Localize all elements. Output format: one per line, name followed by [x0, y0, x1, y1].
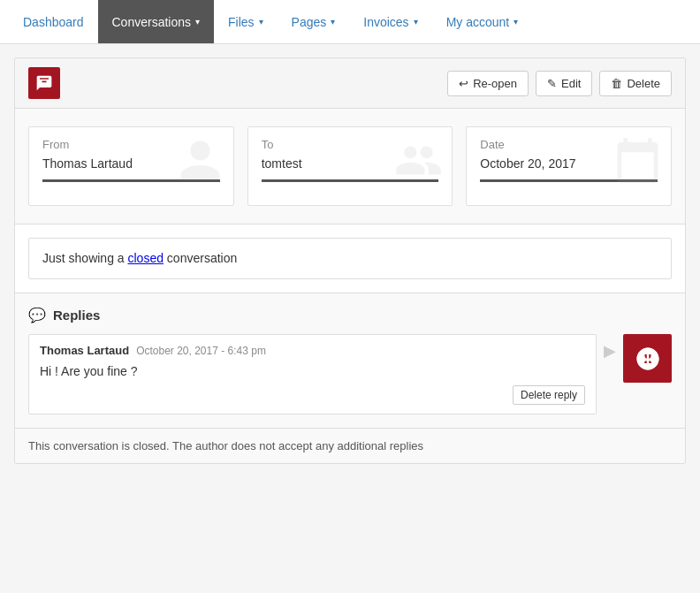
delete-reply-button[interactable]: Delete reply — [513, 385, 585, 405]
chevron-down-icon: ▾ — [259, 17, 263, 27]
nav-item-invoices[interactable]: Invoices ▾ — [349, 0, 431, 43]
edit-label: Edit — [561, 77, 581, 90]
reply-user-icon — [635, 346, 661, 372]
reply-item: Thomas Lartaud October 20, 2017 - 6:43 p… — [28, 334, 672, 414]
nav-item-pages[interactable]: Pages ▾ — [278, 0, 350, 43]
reply-arrow-icon: ▶ — [604, 341, 616, 361]
nav-label-my-account: My account — [446, 15, 510, 29]
delete-button[interactable]: 🗑 Delete — [599, 71, 672, 96]
nav-item-conversations[interactable]: Conversations ▾ — [98, 0, 215, 43]
nav-item-dashboard[interactable]: Dashboard — [9, 0, 98, 43]
reply-avatar-box — [623, 334, 672, 383]
reply-date: October 20, 2017 - 6:43 pm — [136, 345, 266, 357]
replies-section: 💬 Replies Thomas Lartaud October 20, 201… — [15, 293, 685, 429]
toolbar-right: ↩ Re-open ✎ Edit 🗑 Delete — [447, 71, 672, 96]
conversation-icon-box — [28, 67, 60, 99]
chevron-down-icon: ▾ — [331, 17, 335, 27]
conversation-toolbar: ↩ Re-open ✎ Edit 🗑 Delete — [15, 58, 685, 109]
nav-item-my-account[interactable]: My account ▾ — [432, 0, 533, 43]
from-card: From Thomas Lartaud — [28, 126, 234, 206]
reply-content: Thomas Lartaud October 20, 2017 - 6:43 p… — [28, 334, 597, 414]
chevron-down-icon: ▾ — [414, 17, 418, 27]
main-content: ↩ Re-open ✎ Edit 🗑 Delete From Thomas La… — [14, 57, 686, 464]
to-card: To tomtest — [247, 126, 453, 206]
nav-item-files[interactable]: Files ▾ — [214, 0, 278, 43]
replies-header-label: Replies — [53, 308, 100, 323]
edit-button[interactable]: ✎ Edit — [536, 71, 592, 96]
closed-link[interactable]: closed — [128, 251, 164, 265]
reply-header: Thomas Lartaud October 20, 2017 - 6:43 p… — [40, 344, 585, 357]
nav-label-files: Files — [228, 15, 255, 29]
reply-body: Hi ! Are you fine ? — [40, 364, 585, 378]
nav-label-invoices: Invoices — [363, 15, 408, 29]
edit-icon: ✎ — [547, 77, 557, 90]
nav-label-conversations: Conversations — [112, 15, 192, 29]
delete-label: Delete — [627, 77, 660, 90]
chevron-down-icon: ▾ — [195, 17, 200, 27]
reopen-button[interactable]: ↩ Re-open — [447, 71, 529, 96]
reply-card: Thomas Lartaud October 20, 2017 - 6:43 p… — [28, 334, 597, 414]
from-avatar — [176, 136, 224, 187]
info-cards-section: From Thomas Lartaud To tomtest Date Octo… — [15, 109, 685, 224]
delete-reply-label: Delete reply — [521, 389, 577, 401]
conversation-icon — [35, 74, 53, 92]
chat-icon: 💬 — [28, 307, 46, 323]
reply-author: Thomas Lartaud — [40, 344, 129, 357]
delete-icon: 🗑 — [611, 77, 622, 90]
to-avatar — [394, 136, 443, 187]
navbar: Dashboard Conversations ▾ Files ▾ Pages … — [0, 0, 700, 44]
closed-notice: This conversation is closed. The author … — [15, 429, 685, 463]
date-card: Date October 20, 2017 — [466, 126, 672, 206]
nav-label-pages: Pages — [292, 15, 327, 29]
reopen-icon: ↩ — [459, 77, 468, 90]
closed-notice-text: This conversation is closed. The author … — [28, 439, 423, 452]
toolbar-left — [28, 67, 60, 99]
message-text: Just showing a closed conversation — [42, 251, 237, 265]
message-section: Just showing a closed conversation — [15, 224, 685, 293]
chevron-down-icon: ▾ — [514, 17, 518, 27]
reply-footer: Delete reply — [40, 385, 585, 405]
replies-header: 💬 Replies — [28, 307, 672, 323]
message-box: Just showing a closed conversation — [28, 238, 672, 279]
date-avatar — [613, 136, 662, 187]
nav-label-dashboard: Dashboard — [23, 15, 84, 29]
reopen-label: Re-open — [473, 77, 517, 90]
